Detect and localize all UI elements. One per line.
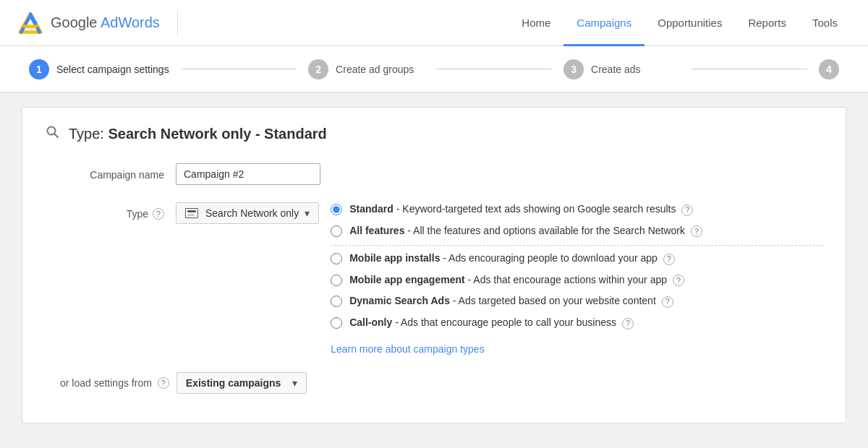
radio-all-features-text: All features - All the features and opti… <box>349 224 702 238</box>
radio-call-only-text: Call-only - Ads that encourage people to… <box>349 316 634 330</box>
radio-call-only[interactable] <box>331 317 342 329</box>
radio-all-features[interactable] <box>331 225 342 237</box>
google-adwords-logo-icon <box>17 10 43 36</box>
wizard-steps: 1 Select campaign settings 2 Create ad g… <box>0 46 868 92</box>
radio-dynamic-search-text: Dynamic Search Ads - Ads targeted based … <box>349 294 673 309</box>
step-line-1 <box>181 69 297 69</box>
radio-mobile-installs-text: Mobile app installs - Ads encouraging pe… <box>349 251 675 266</box>
header: Google AdWords Home Campaigns Opportunit… <box>0 0 868 46</box>
radio-standard[interactable] <box>331 204 342 215</box>
search-icon <box>46 125 60 143</box>
wizard-step-4: 4 <box>819 59 839 79</box>
nav-item-campaigns[interactable]: Campaigns <box>563 0 644 46</box>
call-only-help-icon[interactable]: ? <box>622 318 634 329</box>
campaign-name-input[interactable] <box>176 163 320 185</box>
radio-divider <box>331 245 822 246</box>
wizard-step-1: 1 Select campaign settings <box>29 59 169 79</box>
radio-mobile-installs[interactable] <box>331 253 342 264</box>
learn-more-link[interactable]: Learn more about campaign types <box>331 343 484 355</box>
mobile-engagement-help-icon[interactable]: ? <box>673 275 684 286</box>
step-line-3 <box>692 69 807 69</box>
svg-line-4 <box>55 134 59 138</box>
network-dropdown-arrow-icon: ▾ <box>305 207 310 219</box>
step-2-label: Create ad groups <box>336 64 414 75</box>
mobile-installs-help-icon[interactable]: ? <box>663 254 675 265</box>
logo-area: Google AdWords <box>17 10 178 36</box>
radio-dynamic-search-desc: - Ads targeted based on your website con… <box>450 295 656 306</box>
type-label-area: Type ? <box>60 202 176 220</box>
radio-option-standard: Standard - Keyword-targeted text ads sho… <box>331 202 822 217</box>
step-line-2 <box>436 69 552 69</box>
nav-item-tools[interactable]: Tools <box>799 0 851 46</box>
step-4-circle: 4 <box>819 59 839 79</box>
load-settings-row: or load settings from ? Existing campaig… <box>46 372 822 394</box>
radio-standard-bold: Standard <box>349 203 393 215</box>
all-features-help-icon[interactable]: ? <box>691 225 702 237</box>
campaign-name-row: Campaign name <box>60 163 822 185</box>
step-1-circle: 1 <box>29 59 49 79</box>
form-section: Campaign name Type ? Search Network only… <box>46 163 822 355</box>
type-field-label: Type <box>127 208 148 220</box>
radio-option-dynamic-search: Dynamic Search Ads - Ads targeted based … <box>331 294 822 309</box>
logo-text-adwords: AdWords <box>101 14 160 30</box>
radio-call-only-desc: - Ads that encourage people to call your… <box>392 316 616 328</box>
existing-campaigns-label: Existing campaigns <box>186 377 281 389</box>
campaign-name-label: Campaign name <box>60 163 176 181</box>
radio-call-only-bold: Call-only <box>349 316 392 328</box>
radio-mobile-engagement-text: Mobile app engagement - Ads that encoura… <box>349 273 684 288</box>
radio-mobile-engagement-desc: - Ads that encourage actions within your… <box>465 274 667 285</box>
type-help-icon[interactable]: ? <box>153 208 164 220</box>
nav-item-reports[interactable]: Reports <box>735 0 799 46</box>
dynamic-search-help-icon[interactable]: ? <box>662 296 673 308</box>
step-2-circle: 2 <box>308 59 328 79</box>
radio-standard-text: Standard - Keyword-targeted text ads sho… <box>349 202 693 217</box>
radio-mobile-engagement-bold: Mobile app engagement <box>349 274 464 285</box>
step-3-circle: 3 <box>563 59 584 79</box>
load-settings-label: or load settings from <box>60 377 152 389</box>
wizard-step-3: 3 Create ads <box>563 59 679 79</box>
radio-option-mobile-installs: Mobile app installs - Ads encouraging pe… <box>331 251 822 266</box>
type-row: Type ? Search Network only ▾ <box>60 202 822 355</box>
type-header-text: Type: Search Network only - Standard <box>69 126 327 142</box>
radio-options-panel: Standard - Keyword-targeted text ads sho… <box>331 202 822 355</box>
network-dropdown-button[interactable]: Search Network only ▾ <box>176 202 319 224</box>
wizard-step-2: 2 Create ad groups <box>308 59 424 79</box>
radio-mobile-installs-bold: Mobile app installs <box>349 252 440 264</box>
radio-standard-desc: - Keyword-targeted text ads showing on G… <box>393 203 676 215</box>
step-1-label: Select campaign settings <box>56 64 169 75</box>
network-icon <box>185 208 198 218</box>
radio-dynamic-search[interactable] <box>331 296 342 307</box>
radio-option-all-features: All features - All the features and opti… <box>331 224 822 238</box>
nav-item-home[interactable]: Home <box>509 0 563 46</box>
step-3-label: Create ads <box>591 64 640 75</box>
radio-mobile-engagement[interactable] <box>331 275 342 286</box>
radio-option-call-only: Call-only - Ads that encourage people to… <box>331 316 822 330</box>
radio-mobile-installs-desc: - Ads encouraging people to download you… <box>440 252 657 264</box>
type-header: Type: Search Network only - Standard <box>46 125 822 143</box>
type-value: Search Network only - Standard <box>108 126 326 142</box>
load-settings-help-icon[interactable]: ? <box>158 377 169 389</box>
main-content: Type: Search Network only - Standard Cam… <box>22 107 846 423</box>
type-controls: Search Network only ▾ <box>176 202 319 224</box>
existing-campaigns-arrow-icon: ▾ <box>292 377 297 389</box>
radio-option-mobile-engagement: Mobile app engagement - Ads that encoura… <box>331 273 822 288</box>
nav-item-opportunities[interactable]: Opportunities <box>644 0 735 46</box>
radio-dynamic-search-bold: Dynamic Search Ads <box>349 295 450 306</box>
network-dropdown-label: Search Network only <box>205 207 299 219</box>
radio-all-features-bold: All features <box>349 225 404 236</box>
main-nav: Home Campaigns Opportunities Reports Too… <box>201 0 851 46</box>
radio-all-features-desc: - All the features and options available… <box>404 225 685 236</box>
existing-campaigns-dropdown[interactable]: Existing campaigns ▾ <box>176 372 307 394</box>
logo-text: Google AdWords <box>51 14 160 31</box>
standard-help-icon[interactable]: ? <box>681 204 693 216</box>
type-label: Type: <box>69 126 104 142</box>
